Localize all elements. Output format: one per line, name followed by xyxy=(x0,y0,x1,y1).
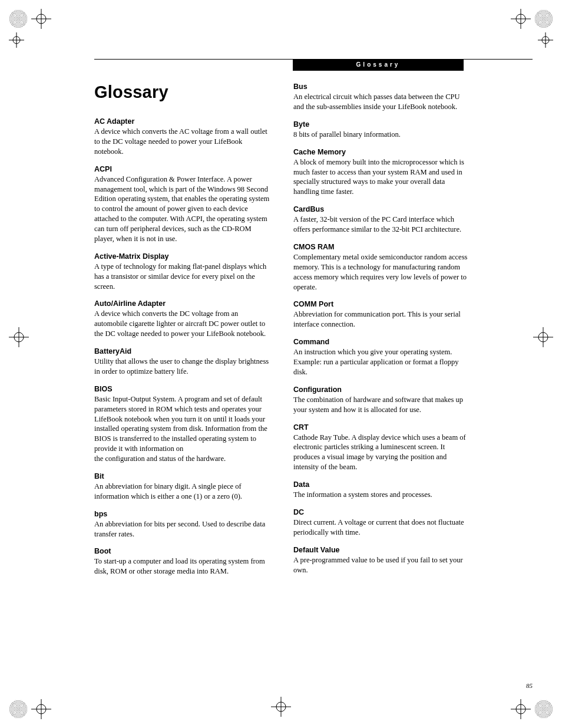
glossary-definition: A type of technology for making flat-pan… xyxy=(94,262,272,292)
crop-mark-icon xyxy=(511,9,553,29)
glossary-entry: Cache MemoryA block of memory built into… xyxy=(293,148,471,197)
glossary-term: CRT xyxy=(293,423,471,431)
page-number: 85 xyxy=(526,682,533,689)
crop-mark-icon xyxy=(511,699,553,719)
glossary-entry: BusAn electrical circuit which passes da… xyxy=(293,83,471,112)
glossary-term: Boot xyxy=(94,547,272,555)
document-page: Glossary Glossary AC AdapterA device whi… xyxy=(0,0,562,728)
glossary-definition: To start-up a computer and load its oper… xyxy=(94,556,272,577)
glossary-definition: A device which converts the DC voltage f… xyxy=(94,309,272,339)
glossary-entry: Default ValueA pre-programmed value to b… xyxy=(293,546,471,575)
glossary-term: Default Value xyxy=(293,546,471,554)
glossary-term: BIOS xyxy=(94,385,272,393)
glossary-definition: A faster, 32-bit version of the PC Card … xyxy=(293,215,471,235)
glossary-definition: A pre-programmed value to be used if you… xyxy=(293,555,471,575)
glossary-definition: A block of memory built into the micropr… xyxy=(293,157,471,197)
glossary-term: Cache Memory xyxy=(293,148,471,156)
crop-mark-icon xyxy=(9,699,51,719)
glossary-term: Active-Matrix Display xyxy=(94,252,272,261)
svg-point-0 xyxy=(37,14,46,24)
glossary-term: CMOS RAM xyxy=(293,243,471,251)
glossary-term: DC xyxy=(293,508,471,516)
page-title: Glossary xyxy=(94,83,272,102)
glossary-term: Configuration xyxy=(293,386,471,394)
section-header-tab: Glossary xyxy=(293,59,464,71)
glossary-definition: The information a system stores and proc… xyxy=(293,490,471,500)
crop-mark-icon xyxy=(9,327,29,350)
glossary-term: Byte xyxy=(293,120,471,129)
glossary-definition: 8 bits of parallel binary information. xyxy=(293,130,471,140)
crop-mark-icon xyxy=(538,32,553,50)
glossary-entry: CRTCathode Ray Tube. A display device wh… xyxy=(293,423,471,473)
glossary-term: Auto/Airline Adapter xyxy=(94,299,272,308)
glossary-definition: Cathode Ray Tube. A display device which… xyxy=(293,433,471,473)
glossary-definition: Complementary metal oxide semiconductor … xyxy=(293,252,471,292)
svg-point-3 xyxy=(516,14,525,24)
glossary-term: Command xyxy=(293,338,471,346)
glossary-entry: Active-Matrix DisplayA type of technolog… xyxy=(94,252,272,292)
glossary-entry: DataThe information a system stores and … xyxy=(293,480,471,500)
svg-point-9 xyxy=(516,704,525,714)
svg-point-18 xyxy=(276,702,286,711)
glossary-term: bps xyxy=(94,510,272,518)
glossary-entry: AC AdapterA device which converts the AC… xyxy=(94,117,272,157)
glossary-term: COMM Port xyxy=(293,300,471,308)
crop-mark-icon xyxy=(533,327,553,350)
glossary-entry: ACPIAdvanced Configuration & Power Inter… xyxy=(94,165,272,244)
svg-point-24 xyxy=(542,37,549,44)
glossary-definition: A device which converts the AC voltage f… xyxy=(94,127,272,157)
glossary-entry: BIOSBasic Input-Output System. A program… xyxy=(94,385,272,464)
glossary-definition: An abbreviation for binary digit. A sing… xyxy=(94,482,272,502)
crop-mark-icon xyxy=(271,697,291,719)
crop-mark-icon xyxy=(9,32,24,50)
glossary-definition: An instruction which you give your opera… xyxy=(293,347,471,377)
glossary-definition: Advanced Configuration & Power Interface… xyxy=(94,174,272,244)
glossary-entry: CMOS RAMComplementary metal oxide semico… xyxy=(293,243,471,292)
glossary-definition: The combination of hardware and software… xyxy=(293,395,471,415)
glossary-definition: Abbreviation for communication port. Thi… xyxy=(293,309,471,330)
svg-point-6 xyxy=(37,704,46,714)
svg-point-12 xyxy=(14,332,24,342)
glossary-entry: bpsAn abbreviation for bits per second. … xyxy=(94,510,272,539)
glossary-definition: Basic Input-Output System. A program and… xyxy=(94,394,272,464)
content-area: Glossary AC AdapterA device which conver… xyxy=(94,83,471,585)
glossary-entry: ConfigurationThe combination of hardware… xyxy=(293,386,471,415)
glossary-entry: Auto/Airline AdapterA device which conve… xyxy=(94,299,272,339)
glossary-term: CardBus xyxy=(293,205,471,213)
crop-mark-icon xyxy=(9,9,51,29)
svg-point-21 xyxy=(13,37,20,44)
glossary-entry: COMM PortAbbreviation for communication … xyxy=(293,300,471,330)
glossary-term: AC Adapter xyxy=(94,117,272,126)
glossary-term: Bit xyxy=(94,472,272,480)
glossary-entry: BootTo start-up a computer and load its … xyxy=(94,547,272,577)
glossary-entry: CommandAn instruction which you give you… xyxy=(293,338,471,377)
glossary-entry: BatteryAidUtility that allows the user t… xyxy=(94,347,272,377)
glossary-term: ACPI xyxy=(94,165,272,173)
glossary-entry: CardBusA faster, 32-bit version of the P… xyxy=(293,205,471,235)
column-left: Glossary AC AdapterA device which conver… xyxy=(94,83,272,585)
glossary-entry: Byte8 bits of parallel binary informatio… xyxy=(293,120,471,140)
column-right: BusAn electrical circuit which passes da… xyxy=(293,83,471,585)
svg-point-15 xyxy=(538,332,548,342)
glossary-definition: An abbreviation for bits per second. Use… xyxy=(94,519,272,539)
glossary-term: BatteryAid xyxy=(94,347,272,355)
glossary-entry: BitAn abbreviation for binary digit. A s… xyxy=(94,472,272,502)
glossary-definition: Direct current. A voltage or current tha… xyxy=(293,518,471,538)
glossary-definition: Utility that allows the user to change t… xyxy=(94,357,272,377)
glossary-definition: An electrical circuit which passes data … xyxy=(293,92,471,112)
glossary-term: Data xyxy=(293,480,471,489)
glossary-term: Bus xyxy=(293,83,471,91)
glossary-entry: DCDirect current. A voltage or current t… xyxy=(293,508,471,538)
